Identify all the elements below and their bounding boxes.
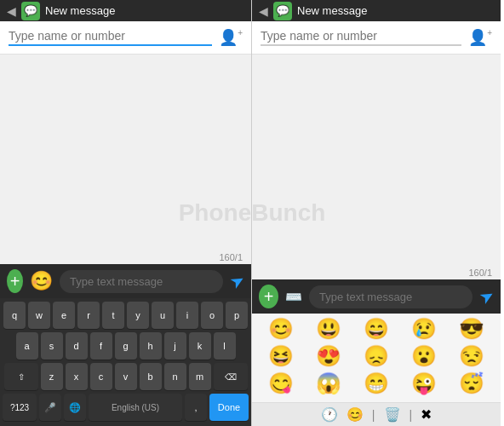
key-k[interactable]: k [189, 332, 211, 360]
left-status-bar: ◀ 💬 New message [0, 0, 251, 21]
emoji-grinning[interactable]: 😁 [364, 371, 389, 395]
key-done[interactable]: Done [209, 394, 249, 421]
key-z[interactable]: z [41, 363, 63, 390]
right-message-area [252, 55, 501, 268]
left-add-contact-icon[interactable]: 👤+ [219, 28, 243, 47]
key-globe[interactable]: 🌐 [64, 394, 86, 421]
key-d[interactable]: d [66, 332, 88, 360]
left-send-button[interactable]: ➤ [226, 268, 249, 293]
emoji-face-tab[interactable]: 😊 [346, 406, 364, 423]
left-keyboard-row3: ⇧ z x c v b n m ⌫ [2, 363, 249, 390]
right-emoji-row3: 😋 😱 😁 😜 😴 [257, 371, 495, 395]
key-space[interactable]: English (US) [89, 394, 182, 421]
key-q[interactable]: q [3, 302, 26, 329]
right-keyboard-toggle-button[interactable]: ⌨️ [285, 289, 302, 305]
left-keyboard: q w e r t y u i o p a s d f g h j k l [0, 298, 251, 426]
key-f[interactable]: f [90, 332, 112, 360]
right-add-attachment-button[interactable]: + [259, 285, 278, 308]
right-emoji-tabs: 🕐 😊 | 🗑️ | ✖ [252, 402, 501, 426]
right-emoji-row1: 😊 😃 😄 😢 😎 [257, 317, 495, 341]
key-shift[interactable]: ⇧ [4, 363, 38, 390]
right-compose-bar: + ⌨️ ➤ [252, 279, 501, 314]
emoji-wink[interactable]: 😜 [411, 371, 437, 395]
emoji-sad[interactable]: 😞 [364, 344, 389, 368]
key-v[interactable]: v [115, 363, 137, 390]
key-o[interactable]: o [201, 302, 223, 329]
emoji-scream[interactable]: 😱 [316, 371, 341, 395]
key-n[interactable]: n [164, 363, 186, 390]
key-w[interactable]: w [28, 302, 50, 329]
right-char-count: 160/1 [252, 268, 501, 279]
emoji-heart-eyes[interactable]: 😍 [316, 344, 341, 368]
key-mic[interactable]: 🎤 [39, 394, 61, 421]
key-t[interactable]: t [102, 302, 124, 329]
right-message-input[interactable] [309, 285, 472, 308]
emoji-laugh[interactable]: 😄 [364, 317, 389, 341]
emoji-yum[interactable]: 😋 [268, 371, 294, 395]
right-to-input[interactable] [261, 29, 461, 46]
key-u[interactable]: u [152, 302, 174, 329]
right-to-field-area: 👤+ [252, 21, 501, 55]
right-status-bar: ◀ 💬 New message [252, 0, 501, 21]
emoji-sleeping[interactable]: 😴 [459, 371, 484, 395]
emoji-smiley[interactable]: 😊 [268, 317, 294, 341]
emoji-expressionless[interactable]: 😒 [459, 344, 484, 368]
right-emoji-panel: 😊 😃 😄 😢 😎 😆 😍 😞 😮 😒 😋 😱 😁 😜 😴 [252, 314, 501, 402]
emoji-cry[interactable]: 😢 [411, 317, 437, 341]
right-panel: ◀ 💬 New message 👤+ 160/1 + ⌨️ ➤ 😊 😃 [252, 0, 501, 426]
emoji-grin[interactable]: 😃 [316, 317, 341, 341]
left-to-input[interactable] [9, 29, 212, 46]
key-b[interactable]: b [140, 363, 162, 390]
left-compose-bar: + 😊 ➤ [0, 264, 251, 298]
key-comma[interactable]: , [185, 394, 207, 421]
key-m[interactable]: m [189, 363, 211, 390]
emoji-recent-tab[interactable]: 🕐 [321, 406, 338, 423]
left-back-arrow[interactable]: ◀ [7, 4, 16, 18]
key-i[interactable]: i [176, 302, 198, 329]
key-j[interactable]: j [164, 332, 186, 360]
emoji-surprised[interactable]: 😮 [411, 344, 437, 368]
emoji-cool[interactable]: 😎 [459, 317, 484, 341]
left-to-field-area: 👤+ [0, 21, 251, 55]
left-title: New message [45, 4, 244, 17]
key-backspace[interactable]: ⌫ [214, 363, 248, 390]
left-keyboard-row1: q w e r t y u i o p [2, 302, 249, 329]
right-app-icon: 💬 [273, 2, 292, 20]
left-emoji-button[interactable]: 😊 [30, 270, 53, 292]
emoji-trash-tab[interactable]: 🗑️ [384, 406, 401, 423]
left-message-input[interactable] [60, 270, 223, 293]
left-keyboard-row4: ?123 🎤 🌐 English (US) , Done [2, 394, 249, 421]
right-emoji-row2: 😆 😍 😞 😮 😒 [257, 344, 495, 368]
right-send-button[interactable]: ➤ [475, 284, 498, 308]
key-g[interactable]: g [115, 332, 137, 360]
emoji-separator2: | [410, 408, 413, 422]
key-numbers[interactable]: ?123 [3, 394, 37, 421]
key-c[interactable]: c [90, 363, 112, 390]
emoji-close-tab[interactable]: ✖ [421, 406, 432, 423]
emoji-biglaugh[interactable]: 😆 [268, 344, 294, 368]
key-s[interactable]: s [41, 332, 63, 360]
right-add-contact-icon[interactable]: 👤+ [468, 28, 492, 47]
right-title: New message [297, 4, 494, 17]
left-char-count: 160/1 [0, 252, 251, 264]
key-x[interactable]: x [66, 363, 88, 390]
key-a[interactable]: a [16, 332, 38, 360]
left-keyboard-row2: a s d f g h j k l [2, 332, 249, 360]
emoji-separator: | [372, 408, 375, 422]
key-h[interactable]: h [140, 332, 162, 360]
left-message-area [0, 55, 251, 252]
key-e[interactable]: e [53, 302, 75, 329]
left-add-attachment-button[interactable]: + [7, 269, 23, 293]
left-app-icon: 💬 [21, 2, 40, 20]
key-p[interactable]: p [226, 302, 248, 329]
right-back-arrow[interactable]: ◀ [259, 4, 268, 18]
key-l[interactable]: l [214, 332, 236, 360]
left-panel: ◀ 💬 New message 👤+ 160/1 + 😊 ➤ q w [0, 0, 252, 426]
key-y[interactable]: y [127, 302, 149, 329]
key-r[interactable]: r [77, 302, 100, 329]
